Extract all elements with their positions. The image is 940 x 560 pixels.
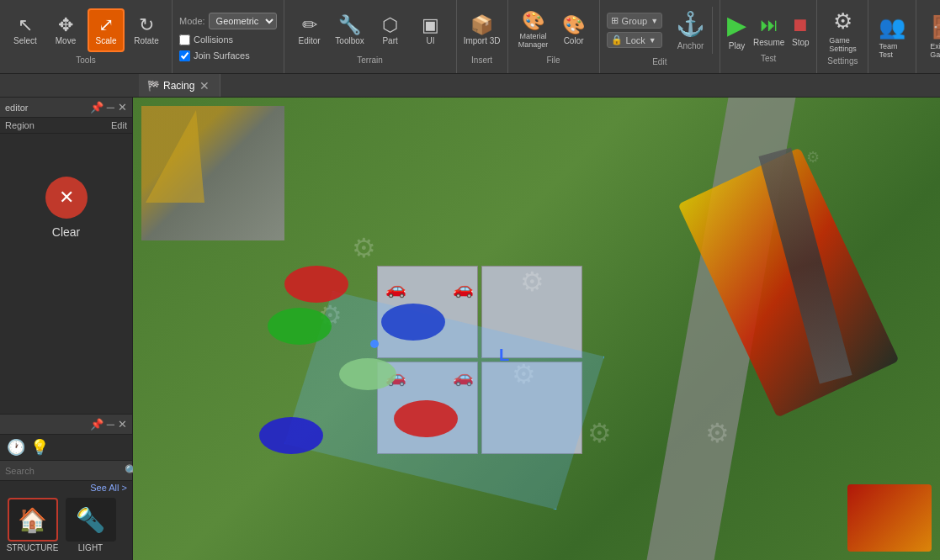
import3d-button[interactable]: 📦 Import 3D — [464, 8, 501, 52]
editor-button[interactable]: ✏ Editor — [291, 8, 328, 52]
scale-button[interactable]: ⤢ Scale — [88, 8, 125, 52]
search-input[interactable] — [5, 466, 121, 476]
vehicle-2: 🚗 — [453, 278, 474, 298]
group-label: Group — [622, 16, 648, 26]
clear-icon[interactable]: ✕ — [45, 177, 88, 219]
clear-label[interactable]: Clear — [52, 225, 80, 239]
rotate-icon: ↻ — [139, 16, 154, 34]
sidebar-panel2-minimize-icon[interactable]: ─ — [107, 418, 114, 431]
bulb-icon[interactable]: 💡 — [30, 438, 49, 457]
clock-icon[interactable]: 🕐 — [7, 438, 25, 457]
lock-dropdown-icon: ▼ — [649, 36, 656, 45]
select-label: Select — [13, 36, 37, 45]
group-icon: ⊞ — [611, 15, 619, 26]
racing-tab-icon: 🏁 — [147, 80, 160, 92]
viewport-asset-br — [847, 484, 932, 552]
material-icon: 🎨 — [522, 12, 544, 30]
tab-racing[interactable]: 🏁 Racing ✕ — [139, 74, 220, 97]
group-lock-col: ⊞ Group ▼ 🔒 Lock ▼ — [607, 9, 663, 51]
circle-green — [268, 308, 332, 345]
team-icon: 👥 — [879, 14, 905, 40]
resume-button[interactable]: ⏭ Resume — [753, 14, 784, 47]
edit-tools-row: ⊞ Group ▼ 🔒 Lock ▼ ⚓ Anchor — [607, 7, 714, 54]
mode-select[interactable]: Geometric Physical — [209, 13, 277, 29]
file-tools-row: 🎨 MaterialManager 🎨 Color — [515, 8, 592, 52]
viewport[interactable]: 🚗 🚗 🚗 🚗 ⚙ ⚙ ⚙ ⚙ ⚙ ⚙ ⚙ L — [133, 98, 940, 560]
lock-button[interactable]: 🔒 Lock ▼ — [607, 32, 663, 48]
select-button[interactable]: ↖ Select — [7, 8, 44, 52]
join-surfaces-label: Join Surfaces — [194, 50, 250, 61]
racing-tab-label: Racing — [163, 80, 194, 92]
exit-group: 🚪 ExitGame — [916, 0, 940, 73]
content: editor 📌 ─ ✕ Region Edit ✕ Clear 📌 — [0, 98, 940, 560]
rotate-button[interactable]: ↻ Rotate — [128, 8, 165, 52]
import3d-icon: 📦 — [470, 16, 493, 34]
tools-row: ↖ Select ✥ Move ⤢ Scale ↻ Rotate — [7, 8, 165, 52]
asset-grid: 🏠 STRUCTURE 🔦 LIGHT — [0, 494, 132, 560]
toolbar: ↖ Select ✥ Move ⤢ Scale ↻ Rotate Tools M… — [0, 0, 940, 74]
toolbox-button[interactable]: 🔧 Toolbox — [332, 8, 369, 52]
file-group-label: File — [547, 55, 560, 65]
part-label: Part — [382, 36, 397, 45]
sidebar-panel2: 📌 ─ ✕ 🕐 💡 🔍 ⚙ See All > — [0, 414, 132, 560]
group-button[interactable]: ⊞ Group ▼ — [607, 13, 663, 29]
sidebar-panel2-close-icon[interactable]: ✕ — [118, 418, 127, 431]
racing-tab-close[interactable]: ✕ — [198, 79, 211, 92]
material-button[interactable]: 🎨 MaterialManager — [515, 8, 552, 52]
viewport-minimap — [141, 106, 284, 240]
game-settings-button[interactable]: ⚙ GameSettings — [829, 8, 857, 53]
sidebar-minimize-icon[interactable]: ─ — [107, 101, 114, 114]
edit-label[interactable]: Edit — [111, 120, 127, 130]
select-icon: ↖ — [18, 16, 33, 34]
asset-light[interactable]: 🔦 LIGHT — [63, 498, 118, 557]
sidebar-panel1-title: editor — [5, 103, 29, 113]
collisions-row: Collisions — [179, 34, 277, 45]
ui-icon: ▣ — [422, 16, 439, 34]
team-test-button[interactable]: 👥 Team Test — [879, 14, 905, 59]
gear-deco-7: ⚙ — [806, 148, 820, 166]
lock-icon: 🔒 — [611, 34, 623, 45]
play-button[interactable]: ▶ Play — [727, 10, 746, 50]
stop-button[interactable]: ⏹ Stop — [791, 14, 810, 47]
sidebar-spacer — [0, 283, 132, 415]
anchor-icon: ⚓ — [676, 10, 705, 38]
insert-group: 📦 Import 3D Insert — [457, 0, 508, 73]
join-surfaces-row: Join Surfaces — [179, 50, 277, 61]
terrain-group-label: Terrain — [357, 55, 383, 65]
circle-red-bottom — [394, 400, 458, 437]
circle-lightgreen — [339, 358, 396, 390]
gear-deco-3: ⚙ — [520, 266, 544, 298]
color-label: Color — [564, 36, 584, 45]
tools-group-label: Tools — [76, 55, 95, 65]
team-group: 👥 Team Test — [868, 0, 916, 73]
l-marker: L — [499, 346, 509, 365]
exit-game-button[interactable]: 🚪 ExitGame — [927, 14, 940, 59]
sidebar-panel2-icons: 📌 ─ ✕ — [90, 418, 127, 431]
group-dropdown-icon: ▼ — [651, 17, 658, 25]
color-button[interactable]: 🎨 Color — [555, 8, 592, 52]
resume-label: Resume — [753, 38, 784, 47]
join-surfaces-checkbox[interactable] — [179, 50, 190, 61]
structure-thumb: 🏠 — [8, 498, 58, 542]
collisions-checkbox[interactable] — [179, 34, 190, 45]
region-label[interactable]: Region — [5, 120, 35, 130]
part-button[interactable]: ⬡ Part — [372, 8, 409, 52]
move-button[interactable]: ✥ Move — [47, 8, 84, 52]
anchor-col: ⚓ Anchor — [669, 7, 713, 54]
insert-group-label: Insert — [471, 55, 492, 65]
sidebar-panel2-pin-icon[interactable]: 📌 — [90, 418, 104, 431]
sidebar-header-icons: 📌 ─ ✕ — [90, 101, 127, 114]
rotate-label: Rotate — [134, 36, 158, 45]
see-all-label[interactable]: See All > — [90, 483, 127, 493]
mode-row: Mode: Geometric Physical — [179, 13, 277, 29]
mode-group: Mode: Geometric Physical Collisions Join… — [173, 0, 284, 73]
terrain-tools-row: ✏ Editor 🔧 Toolbox ⬡ Part ▣ UI — [291, 8, 449, 52]
game-settings-label: GameSettings — [829, 36, 857, 53]
sidebar-close-icon[interactable]: ✕ — [118, 101, 127, 114]
settings-group-label: Settings — [827, 56, 858, 66]
asset-structure[interactable]: 🏠 STRUCTURE — [5, 498, 60, 557]
ui-button[interactable]: ▣ UI — [412, 8, 449, 52]
sidebar-pin-icon[interactable]: 📌 — [90, 101, 104, 114]
exit-icon: 🚪 — [927, 14, 940, 40]
editor-label: Editor — [299, 36, 321, 45]
